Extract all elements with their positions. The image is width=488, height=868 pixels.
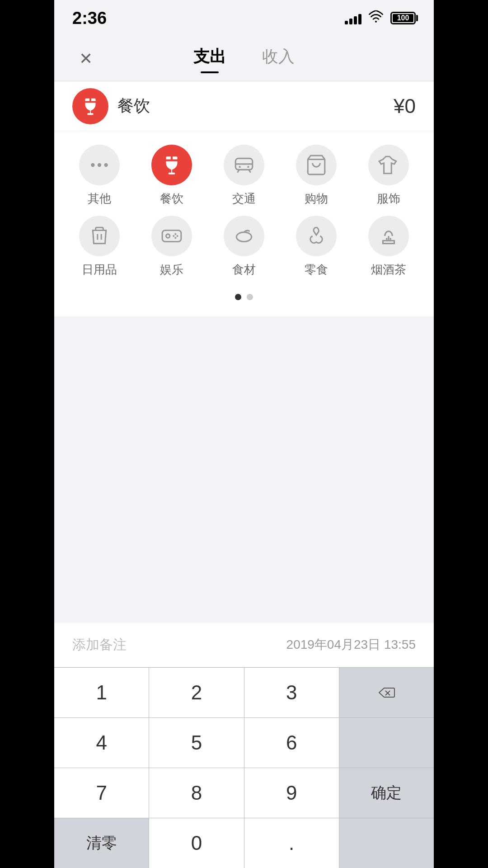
category-item-other[interactable]: 其他 bbox=[68, 145, 131, 207]
category-item-tobacco[interactable]: 烟酒茶 bbox=[357, 216, 420, 278]
category-item-clothing[interactable]: 服饰 bbox=[357, 145, 420, 207]
key-9[interactable]: 9 bbox=[244, 768, 339, 818]
empty-area bbox=[54, 316, 434, 622]
signal-icon bbox=[345, 12, 361, 24]
category-row-2: 日用品 娱乐 食材 零食 bbox=[63, 216, 425, 278]
svg-point-2 bbox=[98, 163, 101, 167]
category-item-transport[interactable]: 交通 bbox=[212, 145, 276, 207]
key-backspace[interactable] bbox=[339, 668, 434, 717]
key-6[interactable]: 6 bbox=[244, 718, 339, 768]
entertainment-icon bbox=[151, 216, 192, 256]
ingredients-label: 食材 bbox=[232, 262, 256, 278]
transport-icon bbox=[224, 145, 264, 185]
svg-point-14 bbox=[176, 235, 178, 237]
tabs: 支出 收入 bbox=[193, 46, 295, 71]
note-input[interactable]: 添加备注 bbox=[72, 636, 127, 654]
key-empty-1 bbox=[339, 718, 434, 768]
svg-point-10 bbox=[166, 234, 170, 238]
selected-category-name: 餐饮 bbox=[117, 95, 150, 117]
category-item-snack[interactable]: 零食 bbox=[285, 216, 348, 278]
key-4[interactable]: 4 bbox=[54, 718, 149, 768]
dot-2 bbox=[247, 294, 253, 300]
category-row-1: 其他 餐饮 交通 bbox=[63, 145, 425, 207]
keyboard-row-3: 7 8 9 确定 bbox=[54, 768, 434, 818]
svg-point-0 bbox=[375, 20, 377, 22]
transport-label: 交通 bbox=[232, 191, 256, 207]
clothing-label: 服饰 bbox=[377, 191, 400, 207]
key-confirm[interactable]: 确定 bbox=[339, 768, 434, 818]
wifi-icon bbox=[369, 10, 383, 26]
status-time: 2:36 bbox=[72, 9, 107, 28]
keyboard-row-1: 1 2 3 bbox=[54, 667, 434, 717]
amount-display: ¥0 bbox=[394, 95, 416, 118]
status-icons: 100 bbox=[345, 10, 416, 26]
clothing-icon bbox=[368, 145, 409, 185]
key-5[interactable]: 5 bbox=[149, 718, 244, 768]
key-empty-2 bbox=[339, 818, 434, 868]
key-0[interactable]: 0 bbox=[149, 818, 244, 868]
ingredients-icon bbox=[224, 216, 264, 256]
other-icon bbox=[79, 145, 120, 185]
battery-icon: 100 bbox=[390, 12, 416, 24]
svg-point-12 bbox=[174, 237, 176, 239]
daily-icon bbox=[79, 216, 120, 256]
svg-point-1 bbox=[91, 163, 94, 167]
category-item-ingredients[interactable]: 食材 bbox=[212, 216, 276, 278]
keyboard: 1 2 3 4 5 6 7 8 9 bbox=[54, 667, 434, 868]
key-dot[interactable]: . bbox=[244, 818, 339, 868]
category-header: 餐饮 ¥0 bbox=[54, 81, 434, 131]
category-item-daily[interactable]: 日用品 bbox=[68, 216, 131, 278]
key-clear[interactable]: 清零 bbox=[54, 818, 149, 868]
shopping-icon bbox=[296, 145, 337, 185]
category-item-shopping[interactable]: 购物 bbox=[285, 145, 348, 207]
svg-point-13 bbox=[173, 235, 174, 237]
daily-label: 日用品 bbox=[82, 262, 117, 278]
entertainment-label: 娱乐 bbox=[160, 262, 183, 278]
backspace-icon bbox=[377, 681, 395, 704]
svg-point-6 bbox=[247, 166, 249, 168]
status-bar: 2:36 100 bbox=[54, 0, 434, 36]
dot-1 bbox=[235, 294, 241, 300]
dining-icon bbox=[151, 145, 192, 185]
svg-point-5 bbox=[239, 166, 241, 168]
snack-label: 零食 bbox=[305, 262, 328, 278]
key-7[interactable]: 7 bbox=[54, 768, 149, 818]
tobacco-icon bbox=[368, 216, 409, 256]
close-button[interactable]: ✕ bbox=[72, 45, 99, 72]
key-1[interactable]: 1 bbox=[54, 668, 149, 717]
category-grid: 其他 餐饮 交通 bbox=[54, 131, 434, 316]
date-display: 2019年04月23日 13:55 bbox=[286, 636, 416, 653]
category-info: 餐饮 bbox=[72, 88, 150, 124]
svg-point-15 bbox=[236, 232, 251, 242]
shopping-label: 购物 bbox=[305, 191, 328, 207]
keyboard-row-4: 清零 0 . bbox=[54, 818, 434, 868]
dining-label: 餐饮 bbox=[160, 191, 183, 207]
header: ✕ 支出 收入 bbox=[54, 36, 434, 81]
close-icon: ✕ bbox=[79, 49, 93, 68]
svg-point-11 bbox=[174, 233, 176, 235]
key-3[interactable]: 3 bbox=[244, 668, 339, 717]
tab-income[interactable]: 收入 bbox=[262, 46, 295, 71]
tobacco-label: 烟酒茶 bbox=[371, 262, 406, 278]
svg-point-3 bbox=[104, 163, 108, 167]
key-8[interactable]: 8 bbox=[149, 768, 244, 818]
keyboard-row-2: 4 5 6 bbox=[54, 717, 434, 768]
tab-expense[interactable]: 支出 bbox=[193, 46, 226, 71]
key-2[interactable]: 2 bbox=[149, 668, 244, 717]
category-item-entertainment[interactable]: 娱乐 bbox=[140, 216, 203, 278]
svg-rect-9 bbox=[162, 231, 181, 242]
snack-icon bbox=[296, 216, 337, 256]
selected-category-icon bbox=[72, 88, 108, 124]
category-item-dining[interactable]: 餐饮 bbox=[140, 145, 203, 207]
pagination-dots bbox=[63, 287, 425, 307]
other-label: 其他 bbox=[88, 191, 111, 207]
note-bar: 添加备注 2019年04月23日 13:55 bbox=[54, 622, 434, 667]
